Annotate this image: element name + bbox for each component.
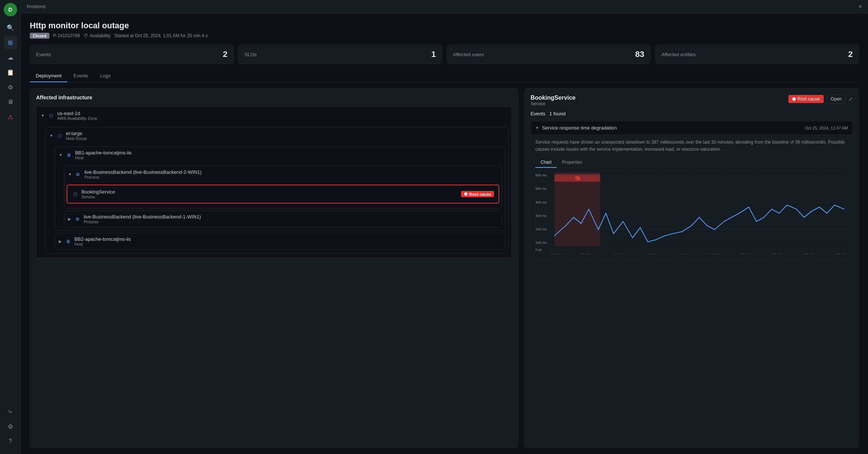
host-bb1-item: ▼ 🖥 BB1-apache-tomcatjms-iis Host <box>55 147 505 231</box>
page-title: Http monitor local outage <box>30 21 859 31</box>
process-2-chevron-icon: ▶ <box>68 217 71 221</box>
open-button[interactable]: Open <box>827 95 846 103</box>
event-item-header[interactable]: ▼ Service response time degradation Oct … <box>531 121 852 134</box>
svg-text:400 ms: 400 ms <box>535 200 547 204</box>
service-detail-type: Service <box>531 101 576 106</box>
sidebar-icon-apps[interactable]: ⊞ <box>4 36 17 49</box>
root-cause-button-label: Root cause <box>797 96 820 102</box>
process-1-name: live-BusinessBackend (live-BusinessBacke… <box>84 169 202 175</box>
svg-text:1:30 AM: 1:30 AM <box>802 253 814 255</box>
host-group-name: et-large <box>66 131 87 136</box>
host-bb2-item: ▶ 🖥 BB2-apache-tomcatjms-iis Host <box>55 233 505 250</box>
region-tree-item: ▼ ⬡ us-east-1d AWS Availability Zone ▼ <box>36 106 512 258</box>
tab-events[interactable]: Events <box>67 70 94 82</box>
availability-icon: ⏱ <box>84 33 88 38</box>
tab-logs[interactable]: Logs <box>94 70 116 82</box>
host-group-item: ▼ ⬡ et-large Host Group <box>45 127 509 254</box>
sidebar-icon-settings[interactable]: ⚙ <box>4 80 17 94</box>
svg-text:600 ms: 600 ms <box>535 173 547 177</box>
stat-label-affected-users: Affected users <box>453 52 484 57</box>
events-header: Events 1 found <box>531 111 853 116</box>
process-2-name: live-BusinessBackend (live-BusinessBacke… <box>84 214 201 220</box>
host-group-icon: ⬡ <box>56 132 63 139</box>
svg-text:1:20 AM: 1:20 AM <box>739 253 751 255</box>
sidebar-icon-cloud[interactable]: ☁ <box>4 51 17 64</box>
region-header[interactable]: ▼ ⬡ us-east-1d AWS Availability Zone <box>36 107 512 124</box>
events-label: Events <box>531 111 545 116</box>
process-2-icon: ⚙ <box>74 216 81 223</box>
stat-card-slos[interactable]: SLOs 1 <box>238 45 442 64</box>
sidebar-icon-alert[interactable]: ⚠ <box>4 110 17 124</box>
event-description: Service requests have shown an unexpecte… <box>535 139 848 153</box>
root-cause-button-icon: ⬟ <box>792 96 796 102</box>
svg-text:01 AM: 01 AM <box>615 253 624 255</box>
chart-tab-chart[interactable]: Chart <box>535 157 557 168</box>
root-cause-label: Root cause <box>469 192 491 196</box>
event-title-text: Service response time degradation <box>542 125 617 131</box>
svg-rect-1 <box>554 172 600 246</box>
process-1-chevron-icon: ▼ <box>68 172 72 176</box>
region-type: AWS Availability Zone <box>57 116 97 121</box>
process-2-header[interactable]: ▶ ⚙ live-BusinessBackend (live-BusinessB… <box>64 211 502 227</box>
booking-service-type: Service <box>81 195 458 199</box>
host-group-type: Host Group <box>66 136 87 141</box>
process-1-item: ▼ ⚙ live-BusinessBackend (live-BusinessB… <box>64 166 502 208</box>
host-bb1-header[interactable]: ▼ 🖥 BB1-apache-tomcatjms-iis Host <box>55 147 505 163</box>
stat-value-affected-users: 83 <box>635 49 644 59</box>
region-name: us-east-1d <box>57 111 97 116</box>
booking-service-card[interactable]: ⬡ BookingService Service ⬟ <box>67 185 499 204</box>
page-meta: Closed P-241010769 ⏱ Availability Starte… <box>30 33 859 39</box>
close-button[interactable]: × <box>859 3 862 10</box>
tab-bar: Deployment Events Logs <box>30 70 859 82</box>
expand-icon[interactable]: ⤢ <box>849 96 853 102</box>
stat-card-affected-users[interactable]: Affected users 83 <box>447 45 651 64</box>
stat-value-affected-entities: 2 <box>848 49 853 59</box>
panels: Affected infrastructure ▼ ⬡ us-east-1d A… <box>30 88 859 448</box>
root-cause-button[interactable]: ⬟ Root cause <box>788 95 824 103</box>
problem-id: P-241010769 <box>53 33 80 38</box>
sidebar-icon-gear[interactable]: ⚙ <box>4 420 17 433</box>
host-group-chevron-icon: ▼ <box>49 134 53 138</box>
svg-text:1:10 AM: 1:10 AM <box>676 253 688 255</box>
stat-card-events[interactable]: Events 2 <box>30 45 234 64</box>
stats-row: Events 2 SLOs 1 Affected users 83 Affect… <box>30 45 859 64</box>
service-icon: ⬡ <box>72 191 79 198</box>
sidebar-icon-search[interactable]: 🔍 <box>4 21 17 34</box>
process-2-item: ▶ ⚙ live-BusinessBackend (live-BusinessB… <box>64 211 502 227</box>
sidebar-icon-help[interactable]: ? <box>4 435 17 448</box>
right-panel-header: BookingService Service ⬟ Root cause Open… <box>531 95 853 106</box>
stat-card-affected-entities[interactable]: Affected entities 2 <box>655 45 859 64</box>
sidebar-icon-expand[interactable]: ⤷ <box>4 405 17 418</box>
chart-tab-properties[interactable]: Properties <box>557 157 587 168</box>
app-logo: D <box>4 3 17 16</box>
host-group-header[interactable]: ▼ ⬡ et-large Host Group <box>46 128 508 144</box>
svg-text:1:35 AM: 1:35 AM <box>835 253 846 255</box>
stat-value-events: 2 <box>223 49 227 59</box>
chart-tab-bar: Chart Properties <box>535 157 848 168</box>
process-1-header[interactable]: ▼ ⚙ live-BusinessBackend (live-BusinessB… <box>64 166 502 182</box>
region-children: ▼ ⬡ et-large Host Group <box>36 124 512 258</box>
availability-label: Availability <box>90 33 110 38</box>
tab-deployment[interactable]: Deployment <box>30 70 67 82</box>
root-cause-badge: ⬟ Root cause <box>461 191 494 197</box>
process-1-type: Process <box>84 175 202 179</box>
host-bb2-type: Host <box>74 242 131 246</box>
host-bb1-name: BB1-apache-tomcatjms-iis <box>75 150 132 156</box>
process-2-type: Process <box>84 220 201 224</box>
started-at: Started at Oct 25, 2024, 1:01 AM for 20 … <box>114 33 208 38</box>
booking-service-name: BookingService <box>81 189 458 195</box>
svg-text:↕: ↕ <box>579 176 580 180</box>
host-bb2-header[interactable]: ▶ 🖥 BB2-apache-tomcatjms-iis Host <box>55 233 505 249</box>
sidebar-icon-monitor[interactable]: 🖥 <box>4 95 17 109</box>
chart-area: ↕ 600 ms 500 ms 400 ms 300 ms 200 ms 100… <box>535 172 848 254</box>
host-bb1-chevron-icon: ▼ <box>59 153 63 157</box>
host-bb1-icon: 🖥 <box>65 152 72 159</box>
event-chevron-icon: ▼ <box>535 126 539 130</box>
svg-text:300 ms: 300 ms <box>535 214 547 218</box>
sidebar-icon-list[interactable]: 📋 <box>4 65 17 79</box>
event-title-row: ▼ Service response time degradation <box>535 125 617 131</box>
stat-label-events: Events <box>36 52 51 57</box>
svg-text:200 ms: 200 ms <box>535 227 547 231</box>
page-content: Http monitor local outage Closed P-24101… <box>21 13 868 454</box>
event-body: Service requests have shown an unexpecte… <box>531 134 852 259</box>
